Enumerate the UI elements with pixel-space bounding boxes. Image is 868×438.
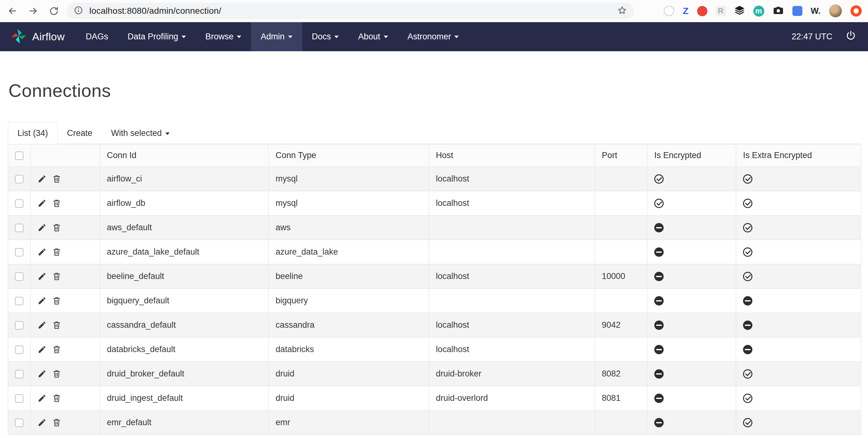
delete-icon[interactable] <box>52 296 61 305</box>
row-checkbox[interactable] <box>15 297 24 305</box>
forward-icon[interactable] <box>28 5 39 17</box>
chevron-down-icon <box>288 36 292 38</box>
table-row: beeline_default beeline localhost 10000 <box>8 264 861 289</box>
is-extra-encrypted-icon <box>743 345 752 354</box>
row-checkbox[interactable] <box>15 321 24 330</box>
delete-icon[interactable] <box>52 174 61 183</box>
m-extension-icon[interactable]: m <box>753 6 764 17</box>
row-checkbox[interactable] <box>15 273 24 281</box>
row-checkbox[interactable] <box>15 248 24 256</box>
delete-icon[interactable] <box>52 223 61 232</box>
delete-icon[interactable] <box>52 272 61 281</box>
delete-icon[interactable] <box>52 369 61 378</box>
conn-id-cell: aws_default <box>100 216 269 240</box>
conn-id-cell: airflow_ci <box>100 167 269 191</box>
edit-icon[interactable] <box>37 174 46 183</box>
edit-icon[interactable] <box>37 296 46 305</box>
nav-item-data-profiling[interactable]: Data Profiling <box>118 22 195 51</box>
camera-extension-icon[interactable] <box>773 5 784 17</box>
edit-icon[interactable] <box>37 369 46 378</box>
row-checkbox[interactable] <box>15 224 24 232</box>
connections-table: Conn Id Conn Type Host Port Is Encrypted… <box>8 144 861 435</box>
bookmark-star-icon[interactable] <box>617 5 627 17</box>
is-extra-encrypted-icon <box>743 320 752 330</box>
nav-item-browse[interactable]: Browse <box>195 22 251 51</box>
nav-item-astronomer[interactable]: Astronomer <box>398 22 469 51</box>
delete-icon[interactable] <box>52 247 61 256</box>
is-extra-encrypted-icon <box>743 418 752 427</box>
host-cell: localhost <box>429 264 595 289</box>
conn-type-cell: druid <box>269 362 429 386</box>
ring-extension-icon[interactable] <box>664 6 674 16</box>
edit-icon[interactable] <box>37 345 46 354</box>
delete-icon[interactable] <box>52 345 61 354</box>
browser-toolbar: localhost:8080/admin/connection/ Z R m W… <box>0 0 868 22</box>
brand-name: Airflow <box>32 31 65 43</box>
nav-item-about[interactable]: About <box>348 22 398 51</box>
profile-avatar[interactable] <box>829 4 842 18</box>
back-icon[interactable] <box>7 5 18 17</box>
conn-type-cell: bigquery <box>269 289 429 313</box>
select-all-checkbox[interactable] <box>15 152 24 160</box>
delete-icon[interactable] <box>52 199 61 208</box>
refresh-icon[interactable] <box>48 5 59 17</box>
row-checkbox[interactable] <box>15 370 24 378</box>
zotero-extension-icon[interactable]: Z <box>683 6 688 15</box>
edit-icon[interactable] <box>37 418 46 427</box>
port-cell <box>595 337 647 362</box>
utc-clock: 22:47 UTC <box>792 32 832 41</box>
edit-icon[interactable] <box>37 320 46 330</box>
row-checkbox[interactable] <box>15 346 24 354</box>
nav-item-dags[interactable]: DAGs <box>76 22 118 51</box>
url-bar[interactable]: localhost:8080/admin/connection/ <box>67 3 634 19</box>
conn-type-cell: aws <box>269 216 429 240</box>
conn-id-cell: airflow_db <box>100 191 269 216</box>
app-navbar: Airflow DAGs Data Profiling Browse Admin… <box>0 22 868 51</box>
layers-extension-icon[interactable] <box>734 5 745 17</box>
is-encrypted-icon <box>654 394 664 403</box>
delete-icon[interactable] <box>52 394 61 403</box>
host-cell: localhost <box>429 337 595 362</box>
r-extension-icon[interactable]: R <box>716 6 726 16</box>
conn-type-cell: cassandra <box>269 313 429 337</box>
edit-icon[interactable] <box>37 272 46 281</box>
w-extension-icon[interactable]: W. <box>811 6 821 16</box>
table-row: airflow_ci mysql localhost <box>8 167 861 191</box>
tab-create[interactable]: Create <box>58 122 102 144</box>
is-encrypted-icon <box>654 199 664 208</box>
adblock-extension-icon[interactable] <box>697 6 707 16</box>
nav-item-docs[interactable]: Docs <box>302 22 349 51</box>
delete-icon[interactable] <box>52 418 61 427</box>
site-info-icon[interactable] <box>74 6 83 16</box>
row-checkbox[interactable] <box>15 419 24 427</box>
nav-item-admin[interactable]: Admin <box>251 22 302 51</box>
conn-id-cell: azure_data_lake_default <box>100 240 269 264</box>
table-row: aws_default aws <box>8 216 861 240</box>
conn-type-cell: mysql <box>269 191 429 216</box>
power-icon[interactable] <box>845 30 856 43</box>
table-row: airflow_db mysql localhost <box>8 191 861 216</box>
tab-list[interactable]: List (34) <box>8 122 58 144</box>
conn-type-cell: beeline <box>269 264 429 289</box>
port-cell <box>595 410 647 435</box>
with-selected-dropdown[interactable]: With selected <box>102 122 179 144</box>
row-checkbox[interactable] <box>15 175 24 183</box>
edit-icon[interactable] <box>37 223 46 232</box>
brand[interactable]: Airflow <box>10 22 65 51</box>
chevron-down-icon <box>384 36 388 38</box>
edit-icon[interactable] <box>37 199 46 208</box>
row-checkbox[interactable] <box>15 394 24 403</box>
conn-id-cell: bigquery_default <box>100 289 269 313</box>
delete-icon[interactable] <box>52 320 61 330</box>
is-encrypted-icon <box>654 320 664 330</box>
conn-id-cell: druid_broker_default <box>100 362 269 386</box>
orange-circle-extension-icon[interactable] <box>850 5 862 17</box>
table-row: databricks_default databricks localhost <box>8 337 861 362</box>
blue-square-extension-icon[interactable] <box>793 6 802 16</box>
header-is-extra-encrypted: Is Extra Encrypted <box>736 144 861 167</box>
select-all-header <box>8 144 31 167</box>
row-checkbox[interactable] <box>15 199 24 208</box>
edit-icon[interactable] <box>37 394 46 403</box>
edit-icon[interactable] <box>37 247 46 256</box>
port-cell <box>595 240 647 264</box>
